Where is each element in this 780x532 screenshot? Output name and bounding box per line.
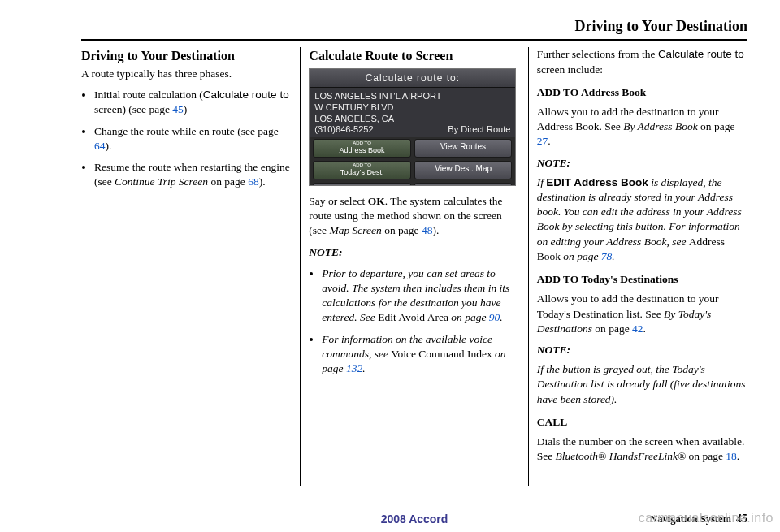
add-to-address-book-button[interactable]: ADD TOAddress Book xyxy=(313,139,411,158)
note-text: If the button is grayed out, the Today's… xyxy=(537,362,748,407)
text: Initial route calculation ( xyxy=(94,89,203,101)
column-3: Further selections from the Calculate ro… xyxy=(529,47,748,486)
ok-term: OK xyxy=(368,195,385,207)
list-item: Initial route calculation (Calculate rou… xyxy=(94,88,292,117)
text: screen) (see page xyxy=(94,103,172,115)
page-link[interactable]: 42 xyxy=(632,322,644,335)
note-label: NOTE: xyxy=(537,156,748,171)
text: ) xyxy=(184,103,188,115)
nav-screen-title: Calculate route to: xyxy=(310,69,515,88)
manual-page: Driving to Your Destination Driving to Y… xyxy=(81,16,748,524)
nav-button-row: ADD TOToday's Dest. View Dest. Map xyxy=(310,159,515,181)
body-text: Dials the number on the screen when avai… xyxy=(537,435,748,464)
list-item: Prior to departure, you can set areas to… xyxy=(322,266,519,326)
column-2: Calculate Route to Screen Calculate rout… xyxy=(300,47,528,486)
route-method: By Direct Route xyxy=(448,124,510,136)
dest-phone: (310)646-5252 xyxy=(314,124,373,136)
text: ). xyxy=(259,175,266,188)
text: ). xyxy=(106,140,112,152)
page-link[interactable]: 78 xyxy=(601,250,613,262)
ref-title: By Address Book xyxy=(623,120,697,132)
text: on page xyxy=(208,175,248,188)
nav-button-row: CALL OK xyxy=(310,181,515,186)
nav-button-row: ADD TOAddress Book View Routes xyxy=(310,137,515,159)
ref-title: Bluetooth® HandsFreeLink® xyxy=(556,450,687,462)
list-item: For information on the available voice c… xyxy=(322,332,519,377)
phase-list: Initial route calculation (Calculate rou… xyxy=(81,88,292,189)
list-item: Resume the route when restarting the eng… xyxy=(94,160,292,189)
ui-term: EDIT Address Book xyxy=(546,176,648,188)
running-header: Driving to Your Destination xyxy=(81,16,748,41)
nav-system-screenshot: Calculate route to: LOS ANGELES INT'L AI… xyxy=(309,68,516,186)
ui-term: Calculate route to xyxy=(658,48,744,60)
page-link[interactable]: 18 xyxy=(726,450,737,462)
body-text: Allows you to add the destination to you… xyxy=(537,105,748,149)
subsection-heading: ADD TO Address Book xyxy=(537,85,748,100)
page-link[interactable]: 132 xyxy=(346,362,362,374)
view-dest-map-button[interactable]: View Dest. Map xyxy=(414,161,513,179)
page-link[interactable]: 64 xyxy=(94,140,106,152)
add-to-todays-dest-button[interactable]: ADD TOToday's Dest. xyxy=(313,161,411,179)
list-item: Change the route while en route (see pag… xyxy=(94,124,292,154)
note-label: NOTE: xyxy=(309,245,519,260)
call-button[interactable]: CALL xyxy=(313,183,411,186)
ui-term: Calculate route to xyxy=(203,89,289,101)
dest-line: LOS ANGELES, CA xyxy=(314,114,510,125)
dest-line: LOS ANGELES INT'L AIRPORT xyxy=(314,91,510,102)
body-text: Further selections from the Calculate ro… xyxy=(537,47,748,76)
subsection-heading: ADD TO Today's Destinations xyxy=(537,272,748,287)
ui-term: Voice Command Index xyxy=(391,348,492,360)
column-container: Driving to Your Destination A route typi… xyxy=(81,47,748,486)
intro-text: A route typically has three phases. xyxy=(81,67,292,81)
page-link[interactable]: 90 xyxy=(489,311,500,323)
subsection-heading: CALL xyxy=(537,415,748,430)
section-heading: Calculate Route to Screen xyxy=(309,47,519,65)
dest-line: W CENTURY BLVD xyxy=(314,102,510,114)
column-1: Driving to Your Destination A route typi… xyxy=(81,47,300,486)
footer-model-year: 2008 Accord xyxy=(381,512,448,527)
text: Change the route while en route (see pag… xyxy=(94,125,279,137)
page-link[interactable]: 68 xyxy=(248,175,259,188)
note-list: Prior to departure, you can set areas to… xyxy=(309,266,519,377)
note-label: NOTE: xyxy=(537,343,748,357)
section-heading: Driving to Your Destination xyxy=(81,47,292,65)
body-text: Allows you to add the destination to you… xyxy=(537,292,748,336)
watermark: carmanualsonline.info xyxy=(639,509,774,527)
ref-title: Map Screen xyxy=(329,224,381,236)
page-link[interactable]: 48 xyxy=(422,224,433,236)
body-text: Say or select OK. The system calculates … xyxy=(309,194,519,239)
nav-screen-body: LOS ANGELES INT'L AIRPORT W CENTURY BLVD… xyxy=(310,88,515,137)
view-routes-button[interactable]: View Routes xyxy=(414,139,513,158)
ref-title: Continue Trip Screen xyxy=(115,175,208,188)
note-text: If EDIT Address Book is displayed, the d… xyxy=(537,175,748,264)
ui-term: Edit Avoid Area xyxy=(378,311,448,323)
page-link[interactable]: 27 xyxy=(537,135,548,147)
ok-button[interactable]: OK xyxy=(414,183,513,186)
page-link[interactable]: 45 xyxy=(172,103,184,115)
